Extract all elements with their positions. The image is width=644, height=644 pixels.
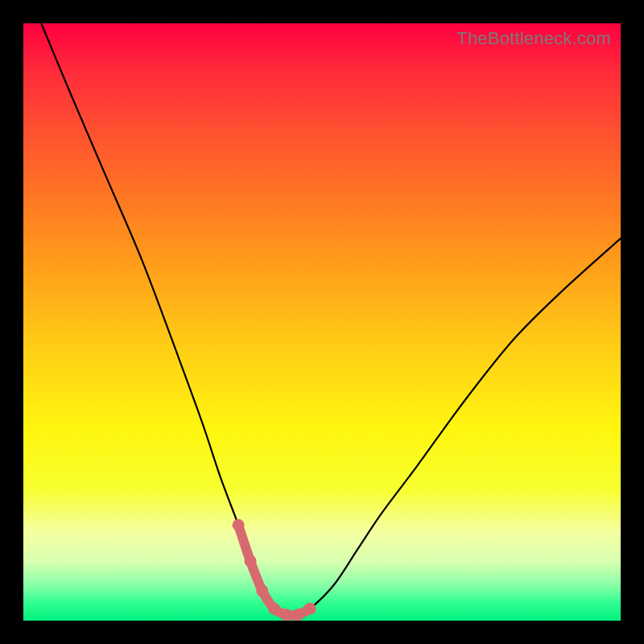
chart-frame: TheBottleneck.com [23,23,621,621]
chart-svg [23,23,621,621]
optimal-range-dot [233,519,245,531]
optimal-range-dot [256,584,268,597]
optimal-range-highlight [238,525,310,615]
optimal-range-dot [244,555,256,567]
bottleneck-curve [41,23,621,616]
optimal-range-dot [304,603,316,615]
optimal-range-dot [268,603,280,615]
optimal-range-dot [280,609,292,621]
optimal-range-dot [292,609,304,621]
